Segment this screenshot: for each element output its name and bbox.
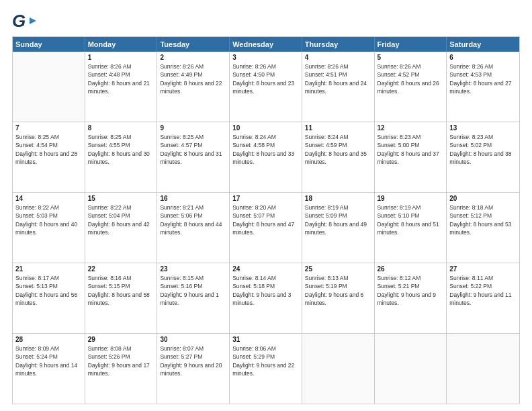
day-number: 11 bbox=[305, 124, 371, 132]
day-cell-27: 27Sunrise: 8:11 AMSunset: 5:22 PMDayligh… bbox=[447, 263, 519, 333]
day-number: 23 bbox=[160, 265, 226, 273]
day-header-sunday: Sunday bbox=[13, 37, 85, 52]
sunset-text: Sunset: 5:04 PM bbox=[88, 212, 154, 220]
sunrise-text: Sunrise: 8:26 AM bbox=[88, 62, 154, 71]
sunrise-text: Sunrise: 8:23 AM bbox=[378, 133, 444, 141]
sunset-text: Sunset: 5:03 PM bbox=[15, 212, 82, 220]
day-number: 20 bbox=[449, 195, 517, 202]
daylight-text: Daylight: 8 hours and 35 minutes. bbox=[305, 150, 371, 167]
day-cell-21: 21Sunrise: 8:17 AMSunset: 5:13 PMDayligh… bbox=[13, 263, 85, 333]
day-info: Sunrise: 8:25 AMSunset: 4:54 PMDaylight:… bbox=[15, 133, 82, 166]
daylight-text: Daylight: 9 hours and 6 minutes. bbox=[305, 291, 371, 308]
day-number: 24 bbox=[232, 265, 299, 273]
day-cell-20: 20Sunrise: 8:18 AMSunset: 5:12 PMDayligh… bbox=[447, 193, 519, 263]
calendar-body: 1Sunrise: 8:26 AMSunset: 4:48 PMDaylight… bbox=[13, 52, 519, 404]
daylight-text: Daylight: 8 hours and 56 minutes. bbox=[15, 291, 82, 308]
sunrise-text: Sunrise: 8:25 AM bbox=[88, 133, 154, 141]
day-number: 4 bbox=[305, 54, 371, 61]
logo-blue-line bbox=[27, 16, 38, 26]
daylight-text: Daylight: 8 hours and 26 minutes. bbox=[378, 79, 444, 96]
calendar-header: SundayMondayTuesdayWednesdayThursdayFrid… bbox=[13, 37, 519, 52]
sunrise-text: Sunrise: 8:08 AM bbox=[88, 345, 154, 353]
sunset-text: Sunset: 5:16 PM bbox=[160, 282, 226, 290]
day-cell-6: 6Sunrise: 8:26 AMSunset: 4:53 PMDaylight… bbox=[447, 52, 519, 122]
empty-cell bbox=[375, 334, 447, 404]
day-info: Sunrise: 8:17 AMSunset: 5:13 PMDaylight:… bbox=[15, 274, 82, 307]
day-info: Sunrise: 8:26 AMSunset: 4:53 PMDaylight:… bbox=[449, 62, 517, 95]
day-cell-14: 14Sunrise: 8:22 AMSunset: 5:03 PMDayligh… bbox=[13, 193, 85, 263]
sunrise-text: Sunrise: 8:16 AM bbox=[88, 274, 154, 282]
daylight-text: Daylight: 8 hours and 42 minutes. bbox=[88, 220, 154, 237]
daylight-text: Daylight: 8 hours and 58 minutes. bbox=[88, 291, 154, 308]
day-number: 19 bbox=[378, 195, 444, 202]
sunrise-text: Sunrise: 8:22 AM bbox=[88, 203, 154, 212]
sunrise-text: Sunrise: 8:26 AM bbox=[449, 62, 517, 71]
day-cell-17: 17Sunrise: 8:20 AMSunset: 5:07 PMDayligh… bbox=[230, 193, 302, 263]
sunrise-text: Sunrise: 8:07 AM bbox=[160, 345, 226, 353]
sunrise-text: Sunrise: 8:11 AM bbox=[449, 274, 517, 282]
sunset-text: Sunset: 4:51 PM bbox=[305, 71, 371, 79]
sunset-text: Sunset: 4:59 PM bbox=[305, 141, 371, 149]
day-cell-15: 15Sunrise: 8:22 AMSunset: 5:04 PMDayligh… bbox=[85, 193, 158, 263]
day-info: Sunrise: 8:21 AMSunset: 5:06 PMDaylight:… bbox=[160, 203, 226, 236]
daylight-text: Daylight: 9 hours and 17 minutes. bbox=[88, 361, 154, 378]
day-cell-16: 16Sunrise: 8:21 AMSunset: 5:06 PMDayligh… bbox=[157, 193, 230, 263]
day-info: Sunrise: 8:15 AMSunset: 5:16 PMDaylight:… bbox=[160, 274, 226, 307]
svg-marker-0 bbox=[30, 17, 36, 24]
day-header-saturday: Saturday bbox=[447, 37, 519, 52]
day-cell-30: 30Sunrise: 8:07 AMSunset: 5:27 PMDayligh… bbox=[157, 334, 230, 404]
daylight-text: Daylight: 8 hours and 51 minutes. bbox=[378, 220, 444, 237]
day-cell-1: 1Sunrise: 8:26 AMSunset: 4:48 PMDaylight… bbox=[85, 52, 158, 122]
day-info: Sunrise: 8:07 AMSunset: 5:27 PMDaylight:… bbox=[160, 345, 226, 377]
sunset-text: Sunset: 5:27 PM bbox=[160, 353, 226, 361]
sunset-text: Sunset: 4:55 PM bbox=[88, 141, 154, 149]
day-cell-28: 28Sunrise: 8:09 AMSunset: 5:24 PMDayligh… bbox=[13, 334, 85, 404]
day-header-friday: Friday bbox=[375, 37, 447, 52]
sunset-text: Sunset: 5:00 PM bbox=[378, 141, 444, 149]
day-number: 13 bbox=[449, 124, 517, 132]
sunset-text: Sunset: 4:49 PM bbox=[160, 71, 226, 79]
day-info: Sunrise: 8:09 AMSunset: 5:24 PMDaylight:… bbox=[15, 345, 82, 377]
day-cell-18: 18Sunrise: 8:19 AMSunset: 5:09 PMDayligh… bbox=[302, 193, 375, 263]
day-cell-13: 13Sunrise: 8:23 AMSunset: 5:02 PMDayligh… bbox=[447, 122, 519, 192]
day-info: Sunrise: 8:16 AMSunset: 5:15 PMDaylight:… bbox=[88, 274, 154, 307]
daylight-text: Daylight: 8 hours and 21 minutes. bbox=[88, 79, 154, 96]
sunset-text: Sunset: 5:10 PM bbox=[378, 212, 444, 220]
sunrise-text: Sunrise: 8:15 AM bbox=[160, 274, 226, 282]
sunset-text: Sunset: 5:19 PM bbox=[305, 282, 371, 290]
daylight-text: Daylight: 8 hours and 28 minutes. bbox=[15, 150, 82, 167]
daylight-text: Daylight: 8 hours and 24 minutes. bbox=[305, 79, 371, 96]
day-number: 14 bbox=[15, 195, 82, 202]
day-info: Sunrise: 8:26 AMSunset: 4:50 PMDaylight:… bbox=[232, 62, 299, 95]
sunrise-text: Sunrise: 8:22 AM bbox=[15, 203, 82, 212]
day-number: 8 bbox=[88, 124, 154, 132]
sunrise-text: Sunrise: 8:19 AM bbox=[305, 203, 371, 212]
day-info: Sunrise: 8:12 AMSunset: 5:21 PMDaylight:… bbox=[378, 274, 444, 307]
sunrise-text: Sunrise: 8:09 AM bbox=[15, 345, 82, 353]
empty-cell bbox=[447, 334, 519, 404]
sunset-text: Sunset: 5:12 PM bbox=[449, 212, 517, 220]
daylight-text: Daylight: 9 hours and 9 minutes. bbox=[378, 291, 444, 308]
day-number: 31 bbox=[232, 336, 299, 343]
day-info: Sunrise: 8:14 AMSunset: 5:18 PMDaylight:… bbox=[232, 274, 299, 307]
sunset-text: Sunset: 5:29 PM bbox=[232, 353, 299, 361]
calendar-row-3: 14Sunrise: 8:22 AMSunset: 5:03 PMDayligh… bbox=[13, 192, 519, 263]
sunset-text: Sunset: 4:53 PM bbox=[449, 71, 517, 79]
day-info: Sunrise: 8:26 AMSunset: 4:51 PMDaylight:… bbox=[305, 62, 371, 95]
sunrise-text: Sunrise: 8:24 AM bbox=[305, 133, 371, 141]
daylight-text: Daylight: 8 hours and 33 minutes. bbox=[232, 150, 299, 167]
day-number: 15 bbox=[88, 195, 154, 202]
day-cell-23: 23Sunrise: 8:15 AMSunset: 5:16 PMDayligh… bbox=[157, 263, 230, 333]
day-info: Sunrise: 8:13 AMSunset: 5:19 PMDaylight:… bbox=[305, 274, 371, 307]
day-number: 16 bbox=[160, 195, 226, 202]
daylight-text: Daylight: 8 hours and 53 minutes. bbox=[449, 220, 517, 237]
day-cell-25: 25Sunrise: 8:13 AMSunset: 5:19 PMDayligh… bbox=[302, 263, 375, 333]
day-info: Sunrise: 8:22 AMSunset: 5:03 PMDaylight:… bbox=[15, 203, 82, 236]
empty-cell bbox=[302, 334, 375, 404]
day-number: 3 bbox=[232, 54, 299, 61]
daylight-text: Daylight: 8 hours and 37 minutes. bbox=[378, 150, 444, 167]
daylight-text: Daylight: 8 hours and 22 minutes. bbox=[160, 79, 226, 96]
sunrise-text: Sunrise: 8:23 AM bbox=[449, 133, 517, 141]
day-number: 26 bbox=[378, 265, 444, 273]
sunset-text: Sunset: 4:54 PM bbox=[15, 141, 82, 149]
